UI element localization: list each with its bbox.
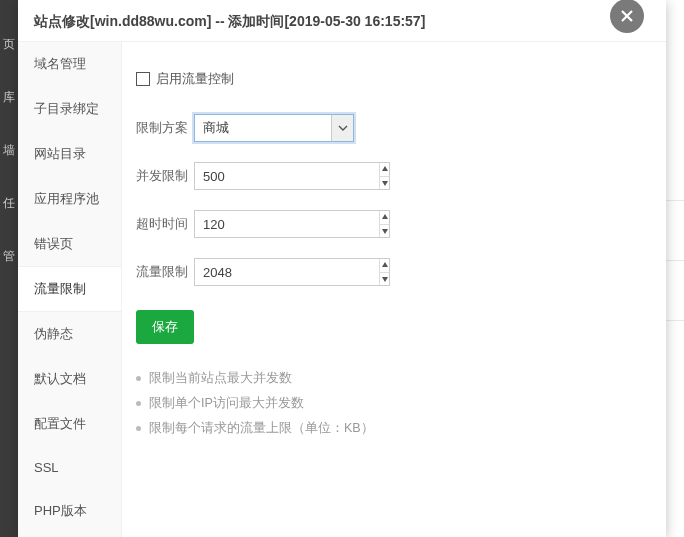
svg-marker-6 bbox=[382, 262, 388, 267]
sidebar-item-config[interactable]: 配置文件 bbox=[18, 402, 121, 447]
svg-marker-7 bbox=[382, 277, 388, 282]
sidebar-item-subdir[interactable]: 子目录绑定 bbox=[18, 87, 121, 132]
sidebar-item-domain[interactable]: 域名管理 bbox=[18, 42, 121, 87]
concurrency-step-up[interactable] bbox=[380, 163, 389, 176]
timeout-input-wrap bbox=[194, 210, 390, 238]
traffic-input[interactable] bbox=[195, 265, 379, 280]
chevron-down-icon bbox=[338, 123, 348, 133]
sidebar-item-php[interactable]: PHP版本 bbox=[18, 489, 121, 534]
timeout-step-up[interactable] bbox=[380, 211, 389, 224]
sidebar-item-ssl[interactable]: SSL bbox=[18, 447, 121, 489]
sidebar-item-errorpage[interactable]: 错误页 bbox=[18, 222, 121, 267]
svg-marker-5 bbox=[382, 229, 388, 234]
scheme-select-button[interactable] bbox=[331, 115, 353, 141]
traffic-label: 流量限制 bbox=[136, 263, 194, 281]
scheme-label: 限制方案 bbox=[136, 119, 194, 137]
hint-item: 限制当前站点最大并发数 bbox=[136, 366, 666, 391]
traffic-step-down[interactable] bbox=[380, 272, 389, 286]
svg-marker-2 bbox=[382, 166, 388, 171]
site-edit-modal: 站点修改[win.dd88wu.com] -- 添加时间[2019-05-30 … bbox=[18, 0, 666, 537]
sidebar-item-default[interactable]: 默认文档 bbox=[18, 357, 121, 402]
timeout-label: 超时时间 bbox=[136, 215, 194, 233]
scheme-select[interactable]: 商城 bbox=[194, 114, 354, 142]
caret-down-icon bbox=[381, 179, 389, 187]
enable-traffic-checkbox[interactable] bbox=[136, 72, 150, 86]
timeout-step-down[interactable] bbox=[380, 224, 389, 238]
modal-title: 站点修改[win.dd88wu.com] -- 添加时间[2019-05-30 … bbox=[18, 0, 666, 42]
sidebar-item-apppool[interactable]: 应用程序池 bbox=[18, 177, 121, 222]
svg-marker-4 bbox=[382, 214, 388, 219]
caret-up-icon bbox=[381, 213, 389, 221]
close-icon bbox=[619, 8, 635, 24]
sidebar-item-sitedir[interactable]: 网站目录 bbox=[18, 132, 121, 177]
enable-traffic-label: 启用流量控制 bbox=[156, 70, 234, 88]
concurrency-input[interactable] bbox=[195, 169, 379, 184]
timeout-input[interactable] bbox=[195, 217, 379, 232]
sidebar: 域名管理 子目录绑定 网站目录 应用程序池 错误页 流量限制 伪静态 默认文档 … bbox=[18, 42, 122, 537]
traffic-step-up[interactable] bbox=[380, 259, 389, 272]
caret-down-icon bbox=[381, 227, 389, 235]
caret-down-icon bbox=[381, 275, 389, 283]
concurrency-label: 并发限制 bbox=[136, 167, 194, 185]
content-panel: 启用流量控制 限制方案 商城 并发限制 bbox=[122, 42, 666, 537]
svg-marker-3 bbox=[382, 181, 388, 186]
concurrency-step-down[interactable] bbox=[380, 176, 389, 190]
hint-item: 限制单个IP访问最大并发数 bbox=[136, 391, 666, 416]
caret-up-icon bbox=[381, 261, 389, 269]
traffic-input-wrap bbox=[194, 258, 390, 286]
sidebar-item-rewrite[interactable]: 伪静态 bbox=[18, 312, 121, 357]
background-nav-strip: 页 库 墙 任 管 bbox=[0, 0, 18, 537]
hint-item: 限制每个请求的流量上限（单位：KB） bbox=[136, 416, 666, 441]
hints-list: 限制当前站点最大并发数 限制单个IP访问最大并发数 限制每个请求的流量上限（单位… bbox=[136, 366, 666, 441]
scheme-select-value: 商城 bbox=[195, 119, 331, 137]
sidebar-item-traffic[interactable]: 流量限制 bbox=[18, 267, 121, 312]
close-button[interactable] bbox=[610, 0, 644, 33]
save-button[interactable]: 保存 bbox=[136, 310, 194, 344]
concurrency-input-wrap bbox=[194, 162, 390, 190]
caret-up-icon bbox=[381, 165, 389, 173]
